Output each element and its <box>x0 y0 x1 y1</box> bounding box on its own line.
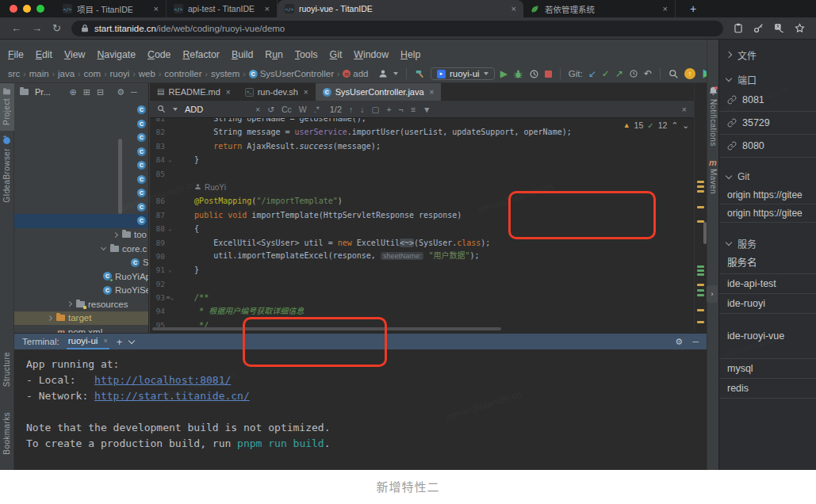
user-profile-icon[interactable] <box>378 69 388 78</box>
gear-icon[interactable]: ⚙ <box>117 88 125 97</box>
rollback-icon[interactable]: ↶ <box>644 69 652 78</box>
tree-item-s[interactable]: CS <box>14 103 148 117</box>
add-selection-icon[interactable]: + <box>386 105 391 114</box>
menu-file[interactable]: File <box>8 49 24 60</box>
panel-item[interactable]: origin https://gitee <box>719 186 816 204</box>
back-icon[interactable]: ← <box>11 23 21 33</box>
tab-close-icon[interactable]: × <box>663 4 668 13</box>
breadcrumb-item[interactable]: com <box>83 69 101 78</box>
chevron-down-icon[interactable] <box>393 72 398 75</box>
bookmark-star-icon[interactable] <box>795 23 805 33</box>
breadcrumb-method[interactable]: add <box>353 69 368 78</box>
locate-file-icon[interactable]: ⊕ <box>70 88 77 97</box>
breadcrumb-item[interactable]: ruoyi <box>110 69 130 78</box>
clipboard-icon[interactable] <box>734 23 743 33</box>
stripe-tab-project[interactable]: Project <box>0 83 14 131</box>
profiler-clock-icon[interactable] <box>529 69 539 79</box>
menu-git[interactable]: Git <box>330 49 343 60</box>
exclude-selection-icon[interactable]: ¬ <box>399 105 404 114</box>
find-all-icon[interactable]: ≡ <box>411 105 416 114</box>
hide-panel-icon[interactable]: ─ <box>131 88 137 97</box>
panel-section-header[interactable]: Git <box>719 167 816 186</box>
browser-tab[interactable]: </>项目 - TitanIDE× <box>56 0 167 17</box>
match-case-toggle[interactable]: Cc <box>282 105 292 114</box>
git-commit-icon[interactable]: ✓ <box>602 69 610 78</box>
editor-tab[interactable]: ▤README.md× <box>150 83 238 101</box>
history-clock-icon[interactable] <box>629 69 638 78</box>
menu-refactor[interactable]: Refactor <box>182 49 219 60</box>
breadcrumb-item[interactable]: src <box>8 69 20 78</box>
menu-window[interactable]: Window <box>354 49 389 60</box>
next-issue-icon[interactable]: ⌄ <box>682 120 689 130</box>
breadcrumb-item[interactable]: system <box>211 69 239 78</box>
panel-item[interactable]: redis <box>719 379 816 399</box>
terminal-settings-gear-icon[interactable]: ⚙ <box>675 337 683 347</box>
git-push-icon[interactable]: ↗ <box>615 69 623 78</box>
stripe-tab-bookmarks[interactable]: Bookmarks <box>0 407 14 460</box>
notifications-bell-icon[interactable] <box>708 86 718 96</box>
menu-help[interactable]: Help <box>400 49 420 60</box>
stripe-tab-gideabrowser[interactable]: GIdeaBrowser <box>0 131 14 208</box>
address-bar[interactable]: start.titanide.cn/ide/web/coding/ruoyi-v… <box>71 21 723 36</box>
browser-tab[interactable]: 若依管理系统× <box>523 0 676 17</box>
panel-section-header[interactable]: 文件 <box>719 45 816 64</box>
breadcrumb-item[interactable]: web <box>139 69 155 78</box>
panel-item[interactable]: mysql <box>719 359 816 379</box>
tree-item-swa[interactable]: CSwa <box>14 256 148 270</box>
inspections-widget[interactable]: ▲ 15 ✓ 12 ⌃ ⌄ <box>623 120 689 130</box>
git-update-icon[interactable]: ↙ <box>588 69 596 78</box>
panel-item[interactable]: 8080 <box>719 135 816 158</box>
close-window-button[interactable] <box>10 5 17 13</box>
panel-item[interactable]: 35729 <box>719 112 816 135</box>
menu-view[interactable]: View <box>64 49 85 60</box>
panel-section-header[interactable]: 端口 <box>719 70 816 89</box>
forward-icon[interactable]: → <box>32 23 42 33</box>
menu-edit[interactable]: Edit <box>36 49 52 60</box>
prev-issue-icon[interactable]: ⌃ <box>671 120 678 130</box>
breadcrumb-item[interactable]: java <box>58 69 75 78</box>
new-tab-button[interactable]: + <box>685 2 701 15</box>
editor-tab[interactable]: >_run-dev.sh× <box>238 83 316 101</box>
run-configuration-select[interactable]: ▸ ruoyi-ui <box>431 67 495 80</box>
run-button[interactable]: ▶ <box>500 69 508 78</box>
tab-close-icon[interactable]: × <box>226 88 231 97</box>
stop-button[interactable] <box>545 71 552 78</box>
breadcrumb-item[interactable]: main <box>29 69 49 78</box>
regex-history-icon[interactable]: ↺ <box>267 105 274 114</box>
editor-tab[interactable]: CSysUserController.java× <box>316 83 442 101</box>
tree-item-s[interactable]: CS <box>14 131 148 145</box>
search-input[interactable]: ADD <box>185 105 248 114</box>
stripe-tab-structure[interactable]: Structure <box>0 346 14 392</box>
search-history-icon[interactable] <box>173 108 178 111</box>
close-terminal-tab-icon[interactable]: × <box>103 337 107 345</box>
menu-navigate[interactable]: Navigate <box>97 49 136 60</box>
menu-run[interactable]: Run <box>265 49 283 60</box>
tree-item-target[interactable]: target <box>14 311 148 326</box>
next-occurrence-icon[interactable]: ↓ <box>360 105 364 114</box>
whole-words-toggle[interactable]: W <box>299 105 307 114</box>
browser-tab[interactable]: </>api-test - TitanIDE× <box>167 0 278 17</box>
filter-icon[interactable]: ▼ <box>423 105 431 114</box>
maximize-window-button[interactable] <box>36 5 44 13</box>
tree-item-s[interactable]: CS <box>14 173 148 187</box>
tab-close-icon[interactable]: × <box>265 4 270 13</box>
breadcrumb-item[interactable]: controller <box>164 69 201 78</box>
tab-close-icon[interactable]: × <box>304 88 308 97</box>
menu-build[interactable]: Build <box>232 49 253 60</box>
tab-close-icon[interactable]: × <box>430 88 435 97</box>
tree-item-core-c[interactable]: core.c <box>14 242 148 256</box>
tree-item-too[interactable]: too <box>14 228 148 242</box>
expand-all-icon[interactable]: ⊞ <box>83 88 90 97</box>
new-terminal-icon[interactable]: + <box>117 336 123 348</box>
panel-section-header[interactable]: 服务 <box>719 234 816 253</box>
select-all-occurrences-icon[interactable]: ▢ <box>372 105 380 114</box>
regex-toggle[interactable]: .* <box>314 105 320 114</box>
tree-item-s[interactable]: CS <box>14 145 148 159</box>
maven-tab[interactable]: Maven <box>709 169 718 194</box>
panel-item[interactable]: ide-ruoyi <box>719 294 816 314</box>
tab-close-icon[interactable]: × <box>154 4 159 13</box>
panel-item[interactable]: ide-api-test <box>719 274 816 294</box>
tree-item-s[interactable]: CS <box>14 186 148 200</box>
build-hammer-icon[interactable] <box>415 69 425 79</box>
clear-search-icon[interactable]: × <box>255 105 260 114</box>
